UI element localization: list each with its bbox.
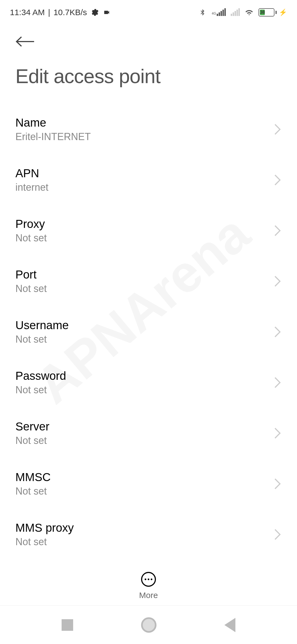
signal-icon-sim2 (231, 9, 240, 16)
more-label: More (139, 591, 158, 600)
setting-value: Not set (15, 485, 274, 497)
setting-label: Port (15, 268, 274, 281)
setting-label: Username (15, 319, 274, 332)
setting-label: MMSC (15, 471, 274, 484)
back-button[interactable] (0, 25, 297, 54)
status-network-speed: 10.7KB/s (54, 8, 87, 17)
setting-item-apn[interactable]: APN internet (15, 155, 282, 205)
battery-percent: 38 (260, 10, 265, 15)
camera-icon (102, 8, 111, 17)
chevron-right-icon (274, 275, 282, 287)
setting-value: Eritel-INTERNET (15, 131, 274, 143)
setting-item-proxy[interactable]: Proxy Not set (15, 205, 282, 256)
setting-value: internet (15, 182, 274, 193)
setting-item-port[interactable]: Port Not set (15, 256, 282, 307)
setting-value: Not set (15, 384, 274, 396)
status-separator: | (48, 8, 50, 17)
battery-indicator: 38 ⚡ (258, 8, 287, 17)
setting-item-name[interactable]: Name Eritel-INTERNET (15, 104, 282, 155)
setting-item-password[interactable]: Password Not set (15, 357, 282, 408)
setting-value: Not set (15, 536, 274, 548)
chevron-right-icon (274, 478, 282, 490)
settings-list: Name Eritel-INTERNET APN internet Proxy … (0, 104, 297, 560)
setting-value: Not set (15, 435, 274, 446)
setting-label: Password (15, 369, 274, 383)
navigation-bar (0, 605, 297, 644)
setting-label: Proxy (15, 217, 274, 231)
setting-value: Not set (15, 232, 274, 244)
setting-label: Name (15, 116, 274, 129)
status-time: 11:34 AM (10, 8, 45, 17)
charging-icon: ⚡ (279, 9, 287, 16)
chevron-right-icon (274, 225, 282, 237)
status-bar: 11:34 AM | 10.7KB/s 4G (0, 0, 297, 25)
setting-label: MMS proxy (15, 521, 274, 534)
setting-item-username[interactable]: Username Not set (15, 307, 282, 357)
signal-icon-sim1: 4G (212, 9, 226, 16)
nav-home-button[interactable] (141, 617, 156, 633)
nav-recents-button[interactable] (62, 619, 73, 631)
chevron-right-icon (274, 174, 282, 186)
setting-item-mmsc[interactable]: MMSC Not set (15, 459, 282, 509)
bluetooth-icon (198, 8, 207, 17)
arrow-left-icon (15, 36, 35, 47)
gear-icon (90, 8, 99, 17)
page-title: Edit access point (0, 54, 297, 104)
nav-back-button[interactable] (224, 618, 235, 632)
chevron-right-icon (274, 528, 282, 541)
chevron-right-icon (274, 376, 282, 389)
more-icon (141, 572, 156, 587)
setting-value: Not set (15, 283, 274, 294)
setting-value: Not set (15, 334, 274, 345)
chevron-right-icon (274, 123, 282, 135)
setting-item-server[interactable]: Server Not set (15, 408, 282, 459)
chevron-right-icon (274, 326, 282, 338)
setting-item-mms-proxy[interactable]: MMS proxy Not set (15, 509, 282, 560)
wifi-icon (245, 8, 254, 17)
network-type-label: 4G (212, 12, 216, 15)
setting-label: Server (15, 420, 274, 433)
setting-label: APN (15, 167, 274, 180)
chevron-right-icon (274, 427, 282, 439)
more-button[interactable]: More (0, 572, 297, 600)
